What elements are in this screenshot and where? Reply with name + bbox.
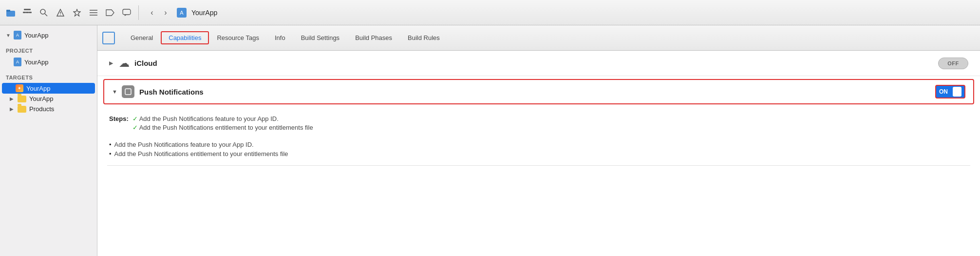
file-icon: A	[177, 8, 187, 18]
sidebar: ▼ A YourApp PROJECT A YourApp TARGETS ✦ …	[0, 25, 97, 256]
toolbar-divider	[138, 5, 139, 20]
forward-button[interactable]: ›	[159, 6, 172, 19]
targets-section: TARGETS	[0, 68, 97, 83]
steps-items: ✓ Add the Push Notifications feature to …	[132, 115, 313, 131]
right-panel: General Capabilities Resource Tags Info …	[97, 25, 980, 256]
svg-point-6	[40, 9, 45, 14]
svg-rect-4	[26, 12, 29, 13]
svg-rect-1	[6, 10, 10, 12]
tab-info[interactable]: Info	[267, 31, 293, 44]
sidebar-item-yourapp-child[interactable]: ▶ YourApp	[0, 94, 97, 104]
toggle-knob	[953, 87, 961, 97]
targets-section-label: TARGETS	[6, 75, 33, 80]
push-notifications-toggle[interactable]: ON	[935, 85, 965, 98]
products-disclosure: ▶	[10, 106, 15, 112]
bullet-section: • Add the Push Notifications feature to …	[97, 138, 980, 165]
sidebar-item-root-yourapp[interactable]: ▼ A YourApp	[0, 29, 97, 41]
app-title: YourApp	[191, 9, 217, 17]
svg-marker-15	[106, 10, 114, 16]
yourapp-folder-icon	[18, 96, 26, 102]
bullet-item-1: • Add the Push Notifications feature to …	[109, 141, 968, 148]
svg-line-7	[45, 14, 47, 16]
push-notif-icon	[122, 85, 134, 98]
sidebar-item-products[interactable]: ▶ Products	[0, 104, 97, 114]
project-section-label: PROJECT	[6, 48, 33, 54]
yourapp-child-label: YourApp	[29, 95, 53, 102]
capabilities-content: ▶ ☁ iCloud OFF ▼ Push Notifications ON	[97, 51, 980, 256]
project-file-icon: A	[14, 58, 21, 66]
star-icon[interactable]	[72, 8, 82, 18]
project-section: PROJECT	[0, 41, 97, 56]
svg-marker-11	[74, 9, 80, 16]
back-button[interactable]: ‹	[146, 6, 158, 19]
icloud-name: iCloud	[134, 59, 938, 67]
toolbar-left-icons	[6, 8, 132, 18]
svg-marker-17	[125, 15, 127, 16]
products-label: Products	[29, 105, 54, 113]
toolbar-nav: ‹ ›	[146, 6, 172, 19]
tab-capabilities[interactable]: Capabilities	[161, 31, 209, 44]
warning-icon[interactable]	[56, 8, 65, 18]
svg-rect-16	[123, 9, 131, 15]
list-icon[interactable]	[89, 8, 98, 18]
step-item-2: ✓ Add the Push Notifications entitlement…	[132, 124, 313, 131]
tab-resource-tags[interactable]: Resource Tags	[209, 31, 266, 44]
tabs-bar: General Capabilities Resource Tags Info …	[97, 25, 980, 51]
svg-rect-2	[24, 9, 31, 10]
target-yourapp-label: YourApp	[26, 85, 50, 92]
project-icon: A	[14, 31, 21, 39]
child-disclosure: ▶	[10, 96, 15, 101]
sidebar-item-target-yourapp[interactable]: ✦ YourApp	[2, 83, 95, 94]
bullet-item-2: • Add the Push Notifications entitlement…	[109, 150, 968, 158]
svg-rect-3	[23, 12, 26, 13]
sidebar-item-project-yourapp[interactable]: A YourApp	[0, 56, 97, 68]
svg-rect-18	[125, 89, 131, 95]
push-notifications-row: ▼ Push Notifications ON	[103, 79, 974, 104]
steps-row: Steps: ✓ Add the Push Notifications feat…	[109, 115, 968, 131]
icloud-toggle[interactable]: OFF	[938, 58, 968, 69]
steps-section: Steps: ✓ Add the Push Notifications feat…	[97, 107, 980, 138]
push-disclosure[interactable]: ▼	[112, 89, 119, 95]
cloud-icon: ☁	[119, 57, 130, 70]
tab-general[interactable]: General	[123, 31, 161, 44]
view-toggle-icon[interactable]	[102, 32, 115, 44]
steps-label: Steps:	[109, 115, 129, 131]
svg-rect-5	[29, 12, 32, 13]
icloud-disclosure[interactable]: ▶	[109, 60, 116, 66]
icloud-row: ▶ ☁ iCloud OFF	[97, 51, 980, 76]
tab-build-phases[interactable]: Build Phases	[347, 31, 400, 44]
step-item-1: ✓ Add the Push Notifications feature to …	[132, 115, 313, 122]
label-icon[interactable]	[105, 8, 115, 18]
toolbar: ‹ › A YourApp	[0, 0, 980, 25]
hierarchy-icon[interactable]	[22, 8, 32, 18]
project-yourapp-label: YourApp	[24, 59, 48, 66]
chat-icon[interactable]	[122, 8, 132, 18]
tab-build-rules[interactable]: Build Rules	[400, 31, 448, 44]
target-app-icon: ✦	[16, 84, 23, 92]
root-yourapp-label: YourApp	[24, 32, 48, 39]
tab-build-settings[interactable]: Build Settings	[293, 31, 348, 44]
disclosure-arrow: ▼	[6, 33, 11, 38]
svg-point-10	[60, 14, 61, 15]
search-icon[interactable]	[39, 8, 49, 18]
products-folder-icon	[18, 106, 26, 113]
bottom-separator	[107, 165, 970, 166]
main-area: ▼ A YourApp PROJECT A YourApp TARGETS ✦ …	[0, 25, 980, 256]
folder-icon[interactable]	[6, 8, 16, 18]
push-notifications-name: Push Notifications	[139, 88, 935, 96]
toggle-on-label: ON	[939, 88, 948, 95]
